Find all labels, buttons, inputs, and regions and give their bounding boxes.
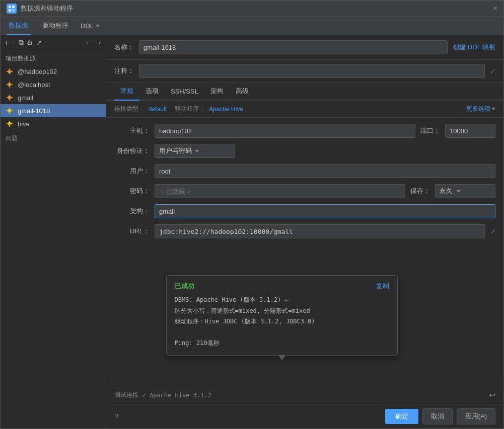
sidebar-item-gmall1018[interactable]: gmall-1018: [1, 104, 106, 117]
user-label: 用户：: [114, 166, 150, 176]
title-bar: 数据源和驱动程序 ×: [1, 1, 503, 17]
name-row: 名称： 创建 DDL 映射: [106, 35, 503, 60]
sidebar-problems: 问题: [1, 130, 106, 147]
driver-value[interactable]: Apache Hive: [209, 106, 243, 113]
svg-rect-0: [9, 6, 11, 8]
success-popup: 已成功 复制 DBMS: Apache Hive (版本 3.1.2) ✏ 区分…: [166, 275, 398, 356]
port-input[interactable]: [445, 124, 495, 138]
schema-row: 架构：: [114, 204, 495, 218]
sidebar-item-hive[interactable]: hive: [1, 117, 106, 130]
problems-label: 问题: [6, 135, 18, 142]
undo-button[interactable]: ↩: [489, 390, 495, 400]
tab-options[interactable]: 选项: [139, 82, 165, 101]
copy-button[interactable]: ⧉: [19, 38, 24, 47]
auth-label: 身份验证：: [114, 146, 150, 155]
copy-button[interactable]: 复制: [376, 282, 389, 291]
save-chevron-icon: [457, 190, 461, 193]
test-conn-label: 测试连接 ✓ Apache Hive 3.1.2: [114, 391, 211, 399]
url-label: URL：: [114, 227, 150, 236]
hive-icon-5: [6, 120, 14, 128]
confirm-button[interactable]: 确定: [385, 409, 418, 424]
schema-label: 架构：: [114, 207, 150, 216]
form-area: 主机： 端口： 身份验证： 用户与密码 用: [106, 118, 503, 386]
save-select-value: 永久: [440, 187, 453, 196]
hive-icon-3: [6, 94, 14, 102]
sidebar-item-label-hadoop102: @hadoop102: [18, 68, 57, 75]
sidebar-item-hadoop102[interactable]: @hadoop102: [1, 65, 106, 78]
title-bar-text: 数据源和驱动程序: [21, 4, 489, 13]
notes-row: 注释： ⤢: [106, 60, 503, 82]
sidebar-item-localhost[interactable]: @localhost: [1, 78, 106, 91]
sidebar-nav-buttons: ← →: [86, 39, 102, 47]
url-input[interactable]: [155, 224, 485, 238]
success-line3: 驱动程序：Hive JDBC (版本 3.1.2, JDBC3.0): [175, 316, 389, 327]
sidebar-item-label-localhost: @localhost: [18, 81, 50, 89]
auth-row: 身份验证： 用户与密码: [114, 144, 495, 158]
port-label: 端口：: [420, 126, 440, 135]
notes-label: 注释：: [114, 66, 134, 75]
success-line5: Ping: 210毫秒: [175, 338, 389, 349]
export-button[interactable]: ↗: [36, 39, 42, 47]
user-input[interactable]: [155, 164, 495, 178]
action-buttons: ? 确定 取消 应用(A): [106, 404, 503, 428]
hive-icon-2: [6, 80, 14, 89]
settings-button[interactable]: ⚙: [27, 39, 33, 47]
conn-type-value[interactable]: default: [149, 106, 167, 113]
tab-schema[interactable]: 架构: [204, 82, 230, 101]
add-button[interactable]: +: [5, 39, 9, 47]
svg-rect-2: [9, 9, 11, 12]
auth-select-value: 用户与密码: [159, 146, 192, 155]
back-button[interactable]: ←: [86, 39, 93, 47]
app-icon: [7, 4, 17, 14]
nav-ddl[interactable]: DDL: [81, 22, 100, 30]
tab-general[interactable]: 常规: [114, 82, 139, 101]
tabs-row: 常规 选项 SSH/SSL 架构 高级: [106, 82, 503, 101]
nav-datasource[interactable]: 数据源: [7, 17, 30, 35]
sidebar-item-label-gmall: gmall: [18, 94, 33, 102]
create-ddl-button[interactable]: 创建 DDL 映射: [453, 43, 495, 52]
name-input[interactable]: [139, 40, 448, 54]
sidebar-item-gmall[interactable]: gmall: [1, 91, 106, 104]
host-input[interactable]: [155, 124, 415, 138]
help-button[interactable]: ?: [114, 412, 118, 420]
popup-arrow: [278, 355, 286, 360]
url-expand-icon[interactable]: ⤢: [490, 228, 495, 235]
expand-icon[interactable]: ⤢: [490, 67, 495, 75]
main-dialog: 数据源和驱动程序 × 数据源 驱动程序 DDL + − ⧉ ⚙ ↗ ← →: [0, 0, 504, 429]
auth-select[interactable]: 用户与密码: [155, 144, 235, 158]
apply-button[interactable]: 应用(A): [457, 408, 495, 424]
more-options-button[interactable]: 更多选项: [466, 105, 495, 113]
ddl-chevron-icon: [96, 25, 100, 27]
success-line4: [175, 327, 389, 338]
port-row: 端口：: [420, 124, 495, 138]
conn-info-row: 连接类型： default 驱动程序： Apache Hive 更多选项: [106, 101, 503, 118]
close-icon[interactable]: ×: [493, 5, 497, 13]
user-row: 用户：: [114, 164, 495, 178]
test-conn-check-icon: ✓: [141, 392, 147, 399]
schema-input[interactable]: [155, 204, 495, 218]
tab-sshssl[interactable]: SSH/SSL: [165, 83, 204, 100]
success-popup-header: 已成功 复制: [175, 282, 389, 291]
auth-chevron-icon: [195, 150, 199, 152]
hive-icon-4-active: [6, 107, 14, 115]
cancel-button[interactable]: 取消: [422, 408, 453, 424]
host-label: 主机：: [114, 126, 150, 135]
success-popup-body: DBMS: Apache Hive (版本 3.1.2) ✏ 区分大小写：普通形…: [175, 295, 389, 349]
notes-input[interactable]: [139, 64, 485, 78]
remove-button[interactable]: −: [12, 39, 16, 47]
forward-button[interactable]: →: [95, 39, 102, 47]
nav-driver[interactable]: 驱动程序: [40, 17, 70, 35]
sidebar-toolbar: + − ⧉ ⚙ ↗ ← →: [1, 35, 106, 50]
password-input[interactable]: [155, 184, 405, 198]
tab-advanced[interactable]: 高级: [230, 82, 255, 101]
host-row: 主机： 端口：: [114, 124, 495, 138]
more-options-chevron-icon: [491, 108, 495, 110]
svg-rect-1: [12, 6, 15, 8]
conn-type-label: 连接类型：: [114, 105, 145, 113]
save-select[interactable]: 永久: [435, 184, 495, 198]
top-nav: 数据源 驱动程序 DDL: [1, 17, 503, 35]
test-conn-result: Apache Hive 3.1.2: [150, 392, 211, 399]
success-line2: 区分大小写：普通形式=mixed, 分隔形式=mixed: [175, 306, 389, 317]
success-line1: DBMS: Apache Hive (版本 3.1.2) ✏: [175, 295, 389, 306]
right-panel: 名称： 创建 DDL 映射 注释： ⤢ 常规 选项 SSH/SSL 架构 高级 …: [106, 35, 503, 428]
